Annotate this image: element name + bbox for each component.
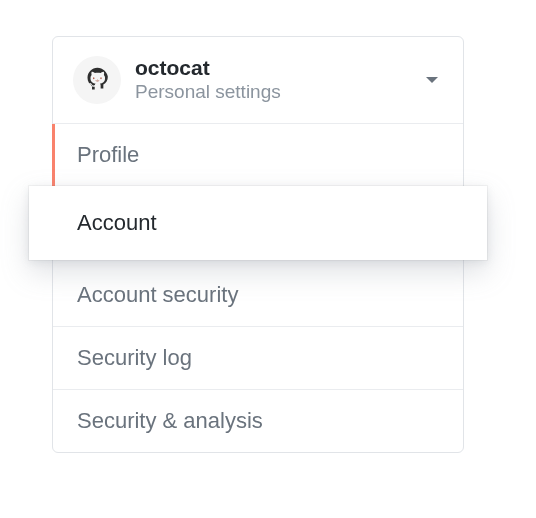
nav-item-profile[interactable]: Profile — [53, 123, 463, 186]
nav-item-security-analysis[interactable]: Security & analysis — [53, 389, 463, 452]
sidebar-header[interactable]: octocat Personal settings — [53, 37, 463, 123]
nav-item-label: Security log — [77, 345, 192, 370]
header-subtitle: Personal settings — [135, 80, 407, 105]
nav-item-security-log[interactable]: Security log — [53, 326, 463, 389]
username: octocat — [135, 55, 407, 80]
settings-sidebar: octocat Personal settings Profile Accoun… — [52, 36, 464, 453]
nav-item-label: Account — [77, 210, 157, 235]
context-switch-button[interactable] — [421, 75, 443, 85]
svg-point-5 — [97, 80, 98, 81]
nav-item-label: Security & analysis — [77, 408, 263, 433]
svg-point-4 — [100, 77, 101, 79]
nav-item-account[interactable]: Account — [29, 186, 487, 260]
caret-down-icon — [425, 75, 439, 85]
nav-item-label: Profile — [77, 142, 139, 167]
octocat-icon — [77, 60, 117, 100]
avatar — [73, 56, 121, 104]
nav-item-label: Account security — [77, 282, 238, 307]
svg-point-3 — [93, 77, 94, 79]
nav-item-account-security[interactable]: Account security — [53, 260, 463, 326]
header-text: octocat Personal settings — [135, 55, 407, 105]
settings-nav-list: Profile Account Account security Securit… — [53, 123, 463, 452]
